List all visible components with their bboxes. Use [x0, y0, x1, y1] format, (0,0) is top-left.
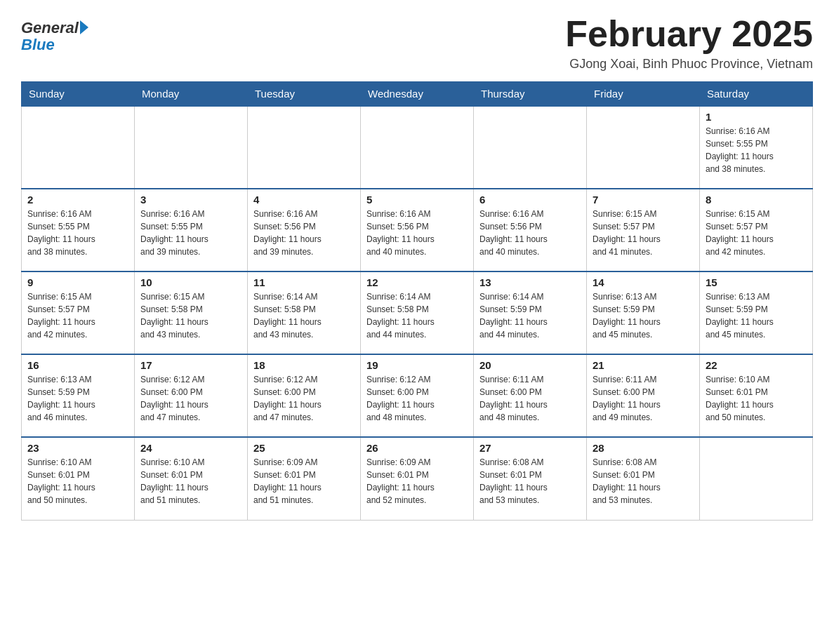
day-detail: Sunrise: 6:16 AMSunset: 5:55 PMDaylight:… — [27, 208, 128, 258]
day-cell: 1Sunrise: 6:16 AMSunset: 5:55 PMDaylight… — [700, 106, 813, 189]
day-detail: Sunrise: 6:09 AMSunset: 6:01 PMDaylight:… — [366, 456, 468, 507]
day-detail: Sunrise: 6:11 AMSunset: 6:00 PMDaylight:… — [479, 373, 581, 424]
day-number: 26 — [366, 442, 468, 454]
week-row-1: 1Sunrise: 6:16 AMSunset: 5:55 PMDaylight… — [22, 106, 813, 189]
day-number: 10 — [140, 276, 241, 288]
day-cell: 10Sunrise: 6:15 AMSunset: 5:58 PMDayligh… — [135, 271, 248, 354]
logo-arrow-icon — [80, 20, 88, 34]
day-number: 23 — [27, 442, 128, 454]
day-number: 8 — [706, 194, 807, 206]
day-header-friday: Friday — [587, 82, 700, 107]
day-detail: Sunrise: 6:16 AMSunset: 5:56 PMDaylight:… — [366, 208, 468, 258]
day-cell: 19Sunrise: 6:12 AMSunset: 6:00 PMDayligh… — [361, 354, 474, 437]
day-detail: Sunrise: 6:14 AMSunset: 5:58 PMDaylight:… — [253, 290, 355, 341]
day-cell — [22, 106, 135, 189]
day-number: 25 — [253, 442, 355, 454]
day-detail: Sunrise: 6:14 AMSunset: 5:58 PMDaylight:… — [366, 290, 468, 341]
day-cell — [361, 106, 474, 189]
day-header-thursday: Thursday — [474, 82, 587, 107]
location-text: GJong Xoai, Binh Phuoc Province, Vietnam — [565, 57, 813, 72]
day-cell: 6Sunrise: 6:16 AMSunset: 5:56 PMDaylight… — [474, 189, 587, 271]
day-number: 3 — [140, 194, 241, 206]
day-number: 20 — [479, 359, 581, 371]
day-cell — [700, 437, 813, 520]
header-row: SundayMondayTuesdayWednesdayThursdayFrid… — [22, 82, 813, 107]
day-cell: 2Sunrise: 6:16 AMSunset: 5:55 PMDaylight… — [22, 189, 135, 271]
day-cell: 13Sunrise: 6:14 AMSunset: 5:59 PMDayligh… — [474, 271, 587, 354]
day-detail: Sunrise: 6:13 AMSunset: 5:59 PMDaylight:… — [593, 290, 694, 341]
day-cell: 14Sunrise: 6:13 AMSunset: 5:59 PMDayligh… — [587, 271, 700, 354]
day-number: 7 — [593, 194, 694, 206]
day-number: 13 — [479, 276, 581, 288]
day-number: 19 — [366, 359, 468, 371]
day-number: 5 — [366, 194, 468, 206]
day-cell: 8Sunrise: 6:15 AMSunset: 5:57 PMDaylight… — [700, 189, 813, 271]
day-number: 21 — [593, 359, 694, 371]
day-number: 11 — [253, 276, 355, 288]
day-number: 1 — [706, 111, 807, 123]
day-number: 15 — [706, 276, 807, 288]
day-detail: Sunrise: 6:09 AMSunset: 6:01 PMDaylight:… — [253, 456, 355, 507]
day-detail: Sunrise: 6:16 AMSunset: 5:55 PMDaylight:… — [140, 208, 241, 258]
logo-blue-text: Blue — [21, 36, 55, 53]
day-number: 22 — [706, 359, 807, 371]
day-cell: 20Sunrise: 6:11 AMSunset: 6:00 PMDayligh… — [474, 354, 587, 437]
day-detail: Sunrise: 6:11 AMSunset: 6:00 PMDaylight:… — [593, 373, 694, 424]
week-row-3: 9Sunrise: 6:15 AMSunset: 5:57 PMDaylight… — [22, 271, 813, 354]
day-detail: Sunrise: 6:14 AMSunset: 5:59 PMDaylight:… — [479, 290, 581, 341]
day-cell: 9Sunrise: 6:15 AMSunset: 5:57 PMDaylight… — [22, 271, 135, 354]
day-detail: Sunrise: 6:12 AMSunset: 6:00 PMDaylight:… — [366, 373, 468, 424]
day-cell: 22Sunrise: 6:10 AMSunset: 6:01 PMDayligh… — [700, 354, 813, 437]
day-header-tuesday: Tuesday — [248, 82, 361, 107]
day-number: 6 — [479, 194, 581, 206]
day-detail: Sunrise: 6:10 AMSunset: 6:01 PMDaylight:… — [140, 456, 241, 507]
day-cell: 4Sunrise: 6:16 AMSunset: 5:56 PMDaylight… — [248, 189, 361, 271]
day-detail: Sunrise: 6:12 AMSunset: 6:00 PMDaylight:… — [253, 373, 355, 424]
day-detail: Sunrise: 6:10 AMSunset: 6:01 PMDaylight:… — [706, 373, 807, 424]
logo: General Blue — [21, 14, 88, 53]
day-detail: Sunrise: 6:15 AMSunset: 5:57 PMDaylight:… — [593, 208, 694, 258]
day-number: 18 — [253, 359, 355, 371]
day-header-monday: Monday — [135, 82, 248, 107]
day-detail: Sunrise: 6:16 AMSunset: 5:56 PMDaylight:… — [253, 208, 355, 258]
day-detail: Sunrise: 6:12 AMSunset: 6:00 PMDaylight:… — [140, 373, 241, 424]
day-detail: Sunrise: 6:16 AMSunset: 5:56 PMDaylight:… — [479, 208, 581, 258]
day-detail: Sunrise: 6:15 AMSunset: 5:57 PMDaylight:… — [27, 290, 128, 341]
day-cell: 7Sunrise: 6:15 AMSunset: 5:57 PMDaylight… — [587, 189, 700, 271]
day-cell: 28Sunrise: 6:08 AMSunset: 6:01 PMDayligh… — [587, 437, 700, 520]
day-cell: 3Sunrise: 6:16 AMSunset: 5:55 PMDaylight… — [135, 189, 248, 271]
day-cell: 5Sunrise: 6:16 AMSunset: 5:56 PMDaylight… — [361, 189, 474, 271]
logo-general-text: General — [21, 20, 79, 36]
week-row-4: 16Sunrise: 6:13 AMSunset: 5:59 PMDayligh… — [22, 354, 813, 437]
day-number: 2 — [27, 194, 128, 206]
day-number: 27 — [479, 442, 581, 454]
week-row-2: 2Sunrise: 6:16 AMSunset: 5:55 PMDaylight… — [22, 189, 813, 271]
day-cell: 23Sunrise: 6:10 AMSunset: 6:01 PMDayligh… — [22, 437, 135, 520]
day-detail: Sunrise: 6:10 AMSunset: 6:01 PMDaylight:… — [27, 456, 128, 507]
day-cell: 24Sunrise: 6:10 AMSunset: 6:01 PMDayligh… — [135, 437, 248, 520]
day-cell — [135, 106, 248, 189]
week-row-5: 23Sunrise: 6:10 AMSunset: 6:01 PMDayligh… — [22, 437, 813, 520]
day-cell: 16Sunrise: 6:13 AMSunset: 5:59 PMDayligh… — [22, 354, 135, 437]
day-number: 4 — [253, 194, 355, 206]
day-number: 14 — [593, 276, 694, 288]
day-cell: 26Sunrise: 6:09 AMSunset: 6:01 PMDayligh… — [361, 437, 474, 520]
day-cell: 17Sunrise: 6:12 AMSunset: 6:00 PMDayligh… — [135, 354, 248, 437]
day-cell: 25Sunrise: 6:09 AMSunset: 6:01 PMDayligh… — [248, 437, 361, 520]
day-number: 12 — [366, 276, 468, 288]
day-detail: Sunrise: 6:13 AMSunset: 5:59 PMDaylight:… — [706, 290, 807, 341]
day-cell — [248, 106, 361, 189]
day-detail: Sunrise: 6:08 AMSunset: 6:01 PMDaylight:… — [593, 456, 694, 507]
day-detail: Sunrise: 6:13 AMSunset: 5:59 PMDaylight:… — [27, 373, 128, 424]
day-number: 17 — [140, 359, 241, 371]
day-number: 28 — [593, 442, 694, 454]
day-detail: Sunrise: 6:16 AMSunset: 5:55 PMDaylight:… — [706, 125, 807, 175]
day-detail: Sunrise: 6:15 AMSunset: 5:58 PMDaylight:… — [140, 290, 241, 341]
day-cell: 21Sunrise: 6:11 AMSunset: 6:00 PMDayligh… — [587, 354, 700, 437]
day-header-wednesday: Wednesday — [361, 82, 474, 107]
month-year-title: February 2025 — [565, 14, 813, 54]
calendar-table: SundayMondayTuesdayWednesdayThursdayFrid… — [21, 81, 813, 521]
day-detail: Sunrise: 6:08 AMSunset: 6:01 PMDaylight:… — [479, 456, 581, 507]
day-cell: 11Sunrise: 6:14 AMSunset: 5:58 PMDayligh… — [248, 271, 361, 354]
day-header-saturday: Saturday — [700, 82, 813, 107]
